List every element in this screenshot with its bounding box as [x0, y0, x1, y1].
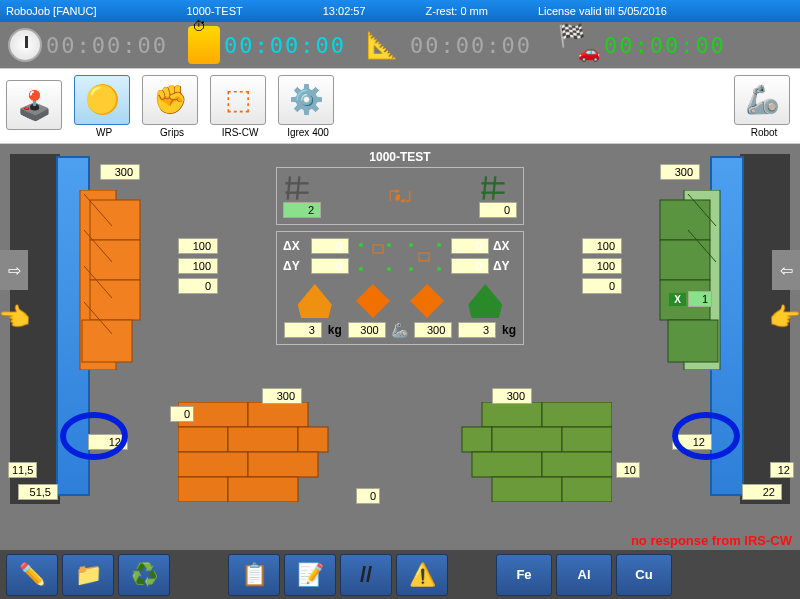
- title-bar: RoboJob [FANUC] 1000-TEST 13:02:57 Z-res…: [0, 0, 800, 22]
- weight-right-icon: [468, 284, 502, 318]
- svg-line-39: [484, 176, 486, 199]
- recycle-button[interactable]: ♻️: [118, 554, 170, 596]
- svg-rect-3: [90, 280, 140, 320]
- dim-r-s12[interactable]: 12: [770, 462, 794, 478]
- svg-rect-25: [482, 402, 542, 427]
- svg-rect-23: [178, 477, 228, 502]
- dyL[interactable]: 0: [311, 258, 349, 274]
- timer-4: 00:00:00: [604, 33, 726, 58]
- arrows-icon: #: [386, 182, 414, 210]
- al-button[interactable]: Al: [556, 554, 612, 596]
- svg-rect-10: [660, 200, 710, 240]
- notes2-button[interactable]: 📝: [284, 554, 336, 596]
- grips-button[interactable]: ✊Grips: [142, 75, 202, 138]
- svg-rect-32: [492, 477, 562, 502]
- stack-right-green[interactable]: [654, 190, 722, 370]
- svg-point-49: [437, 243, 441, 247]
- job-id: 1000-TEST: [186, 5, 242, 17]
- diamond-1-icon: [356, 284, 390, 318]
- io-icon: 🕹️: [6, 80, 62, 130]
- arrow-left-icon[interactable]: ⇨: [0, 250, 28, 290]
- hash-right-icon: [479, 174, 507, 202]
- irs-button[interactable]: ⬚IRS-CW: [210, 75, 270, 138]
- dim-r-10[interactable]: 10: [616, 462, 640, 478]
- dim-l-100a[interactable]: 100: [178, 238, 218, 254]
- robot-icon: 🦾: [734, 75, 790, 125]
- dx-left-icon: [352, 238, 398, 276]
- hand-right-icon[interactable]: 👈: [770, 302, 800, 333]
- dim-l-115[interactable]: 11,5: [8, 462, 37, 478]
- timer-2: 00:00:00: [224, 33, 346, 58]
- dim-r-100a[interactable]: 100: [582, 238, 622, 254]
- count-right[interactable]: 0: [479, 202, 517, 218]
- midL[interactable]: 300: [348, 322, 386, 338]
- diamond-2-icon: [410, 284, 444, 318]
- dim-l-515[interactable]: 51,5: [18, 484, 58, 500]
- svg-rect-19: [228, 427, 298, 452]
- notes1-button[interactable]: 📋: [228, 554, 280, 596]
- svg-rect-17: [248, 402, 308, 427]
- robot-button[interactable]: 🦾Robot: [734, 75, 794, 138]
- dim-br-300[interactable]: 300: [492, 388, 532, 404]
- timer-1: 00:00:00: [46, 33, 168, 58]
- svg-rect-1: [90, 200, 140, 240]
- fe-button[interactable]: Fe: [496, 554, 552, 596]
- bottom-bar: ✏️ 📁 ♻️ 📋 📝 // ⚠️ Fe Al Cu: [0, 550, 800, 599]
- svg-rect-30: [472, 452, 542, 477]
- dyR[interactable]: 0: [451, 258, 489, 274]
- dim-l-100b[interactable]: 100: [178, 258, 218, 274]
- arrow-right-icon[interactable]: ⇦: [772, 250, 800, 290]
- irs-icon: ⬚: [210, 75, 266, 125]
- hash-left-icon: [283, 174, 311, 202]
- igrex-icon: ⚙️: [278, 75, 334, 125]
- dxR[interactable]: 0: [451, 238, 489, 254]
- delta-box: ΔX0 ΔY0 0ΔX 0ΔY 3 kg 300 🦾: [276, 231, 524, 345]
- dim-bl-300[interactable]: 300: [262, 388, 302, 404]
- bottom-stack-orange[interactable]: [178, 402, 358, 502]
- count-left[interactable]: 2: [283, 202, 321, 218]
- svg-rect-27: [462, 427, 492, 452]
- dim-r-100b[interactable]: 100: [582, 258, 622, 274]
- svg-rect-18: [178, 427, 228, 452]
- svg-point-51: [437, 267, 441, 271]
- svg-rect-33: [562, 477, 612, 502]
- kgR[interactable]: 3: [458, 322, 496, 338]
- dim-l-0[interactable]: 0: [178, 278, 218, 294]
- folder-button[interactable]: 📁: [62, 554, 114, 596]
- kgL[interactable]: 3: [284, 322, 322, 338]
- stripes-button[interactable]: //: [340, 554, 392, 596]
- stack-left-orange[interactable]: [78, 190, 146, 370]
- warning-button[interactable]: ⚠️: [396, 554, 448, 596]
- status-bar: 00:00:00 00:00:00 00:00:00 00:00:00: [0, 22, 800, 68]
- dxL[interactable]: 0: [311, 238, 349, 254]
- io-button[interactable]: 🕹️: [6, 80, 66, 132]
- bottom-stack-green[interactable]: [432, 402, 612, 502]
- timer-3: 00:00:00: [410, 33, 532, 58]
- edit-button[interactable]: ✏️: [6, 554, 58, 596]
- app-name: RoboJob [FANUC]: [6, 5, 96, 17]
- cu-button[interactable]: Cu: [616, 554, 672, 596]
- dim-l-300[interactable]: 300: [100, 164, 140, 180]
- x-badge[interactable]: X1: [669, 291, 712, 307]
- svg-rect-20: [298, 427, 328, 452]
- svg-point-50: [409, 267, 413, 271]
- dim-r-0[interactable]: 0: [582, 278, 622, 294]
- dim-bl-0[interactable]: 0: [356, 488, 380, 504]
- svg-rect-22: [248, 452, 318, 477]
- highlight-left: [60, 412, 128, 460]
- canvas: 👈 👈 ⇨ ⇦: [0, 144, 800, 550]
- svg-line-40: [493, 176, 495, 199]
- dim-l-b0[interactable]: 0: [170, 406, 194, 422]
- hist-box: 2 # 0: [276, 167, 524, 225]
- dim-r-300[interactable]: 300: [660, 164, 700, 180]
- weight-left-icon: [298, 284, 332, 318]
- clock: 13:02:57: [323, 5, 366, 17]
- wp-button[interactable]: 🟡WP: [74, 75, 134, 138]
- svg-rect-26: [542, 402, 612, 427]
- hand-left-icon[interactable]: 👈: [0, 302, 30, 333]
- grips-icon: ✊: [142, 75, 198, 125]
- midR[interactable]: 300: [414, 322, 452, 338]
- highlight-right: [672, 412, 740, 460]
- dim-r-22[interactable]: 22: [742, 484, 782, 500]
- igrex-button[interactable]: ⚙️Igrex 400: [278, 75, 338, 138]
